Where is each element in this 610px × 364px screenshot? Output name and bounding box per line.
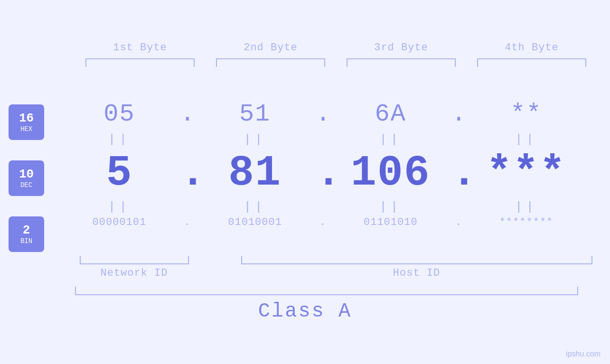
hex-val-3: 6A	[336, 100, 445, 128]
dec-badge: 10 DEC	[9, 160, 44, 196]
bin-badge-num: 2	[23, 224, 30, 237]
dot-bin-1: .	[180, 216, 194, 228]
hex-val-2: 51	[200, 100, 310, 128]
hex-val-1: 05	[65, 100, 174, 128]
bracket-host	[241, 256, 592, 264]
eq-1-4: ||	[471, 132, 581, 147]
byte-header-4: 4th Byte	[477, 42, 586, 54]
hex-badge-num: 16	[19, 112, 34, 125]
hex-row: 05 . 51 . 6A . **	[62, 100, 584, 128]
badge-bin-wrapper: 2 BIN	[9, 216, 62, 253]
dot-dec-2: .	[316, 149, 330, 197]
eq-2-4: ||	[471, 200, 581, 214]
bin-val-2: 01010001	[200, 216, 310, 228]
rows-container: 05 . 51 . 6A . ** || || || || 5 .	[62, 100, 584, 228]
hex-val-4: **	[471, 100, 581, 128]
eq-1-2: ||	[200, 132, 310, 147]
dec-val-3: 106	[336, 149, 445, 197]
bracket-network	[80, 256, 189, 264]
host-id-label: Host ID	[241, 267, 592, 279]
top-bracket-2	[216, 58, 325, 67]
dot-hex-2: .	[316, 100, 330, 128]
watermark: ipshu.com	[566, 350, 601, 358]
main-container: 1st Byte 2nd Byte 3rd Byte 4th Byte 16 H…	[0, 0, 610, 364]
class-a-row: Class A	[0, 300, 610, 323]
top-bracket-4	[477, 58, 586, 67]
eq-2-3: ||	[336, 200, 445, 214]
eq-2-1: ||	[65, 200, 174, 214]
byte-header-1: 1st Byte	[85, 42, 195, 54]
eq-1-1: ||	[65, 132, 174, 147]
dec-val-4: ***	[471, 149, 581, 197]
main-layout: 16 HEX 10 DEC 2 BIN	[0, 75, 610, 253]
top-bracket-1	[85, 58, 195, 67]
bin-val-4: ********	[471, 216, 581, 228]
bin-row: 00000101 . 01010001 . 01101010 . *******…	[62, 216, 584, 228]
eq-2-2: ||	[200, 200, 310, 214]
byte-header-2: 2nd Byte	[216, 42, 325, 54]
dec-badge-num: 10	[19, 168, 34, 181]
dot-hex-3: .	[451, 100, 466, 128]
hex-badge: 16 HEX	[9, 104, 44, 140]
dec-badge-label: DEC	[20, 181, 32, 189]
top-brackets	[75, 58, 597, 67]
id-labels: Network ID Host ID	[75, 267, 597, 279]
eq-row-2: || || || ||	[62, 197, 584, 216]
byte-headers: 1st Byte 2nd Byte 3rd Byte 4th Byte	[75, 42, 597, 54]
network-id-label: Network ID	[80, 267, 189, 279]
hex-badge-label: HEX	[20, 125, 32, 133]
badge-dec-wrapper: 10 DEC	[9, 160, 62, 197]
dot-dec-3: .	[451, 149, 466, 197]
dot-hex-1: .	[180, 100, 194, 128]
dot-dec-1: .	[180, 149, 194, 197]
bottom-brackets	[75, 256, 597, 264]
dec-row: 5 . 81 . 106 . ***	[62, 149, 584, 197]
dec-val-1: 5	[65, 149, 174, 197]
dec-val-2: 81	[200, 149, 310, 197]
bin-val-1: 00000101	[65, 216, 174, 228]
eq-row-1: || || || ||	[62, 130, 584, 149]
big-bracket-row	[75, 287, 597, 295]
dot-bin-3: .	[451, 216, 466, 228]
bin-badge: 2 BIN	[9, 216, 44, 252]
class-a-label: Class A	[258, 300, 352, 323]
bin-val-3: 01101010	[336, 216, 445, 228]
eq-1-3: ||	[336, 132, 445, 147]
byte-header-3: 3rd Byte	[347, 42, 456, 54]
bin-badge-label: BIN	[20, 237, 32, 245]
badge-hex-wrapper: 16 HEX	[9, 104, 62, 141]
dot-bin-2: .	[316, 216, 330, 228]
top-bracket-3	[347, 58, 456, 67]
big-bracket	[75, 287, 578, 295]
badges-column: 16 HEX 10 DEC 2 BIN	[0, 75, 62, 253]
